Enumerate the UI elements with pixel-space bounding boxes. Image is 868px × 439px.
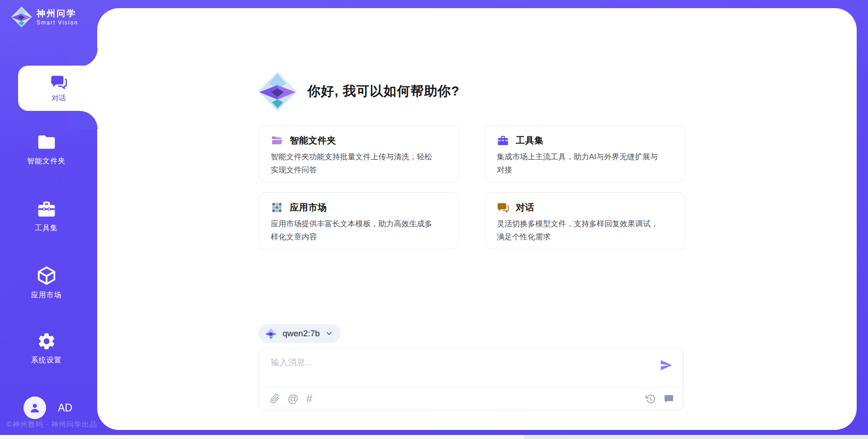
card-description: 灵活切换多模型文件，支持多样回复效果调试，满足个性化需求 xyxy=(497,217,665,243)
toolbox-icon xyxy=(37,199,57,219)
card-description: 应用市场提供丰富长文本模板，助力高效生成多样化文章内容 xyxy=(271,217,439,243)
history-button[interactable] xyxy=(645,394,656,404)
card-chat[interactable]: 对话 灵活切换多模型文件，支持多样回复效果调试，满足个性化需求 xyxy=(485,192,685,249)
brand[interactable]: 神州问学 Smart Vision xyxy=(11,6,78,28)
greeting-text: 你好, 我可以如何帮助你? xyxy=(307,82,460,100)
send-icon xyxy=(659,358,674,372)
copyright-text: ©神州数码 · 神州问学出品 xyxy=(7,420,97,429)
sidebar-item-label: 对话 xyxy=(52,94,66,103)
feature-cards: 智能文件夹 智能文件夹功能支持批量文件上传与清洗，轻松实现文件问答 工具集 集成… xyxy=(259,125,685,249)
card-title: 智能文件夹 xyxy=(290,134,336,147)
card-head: 对话 xyxy=(497,201,673,214)
sidebar-item-app-market[interactable]: 应用市场 xyxy=(0,265,93,300)
sidebar-item-label: 智能文件夹 xyxy=(27,157,66,166)
greeting-row: 你好, 我可以如何帮助你? xyxy=(258,72,460,111)
sidebar-item-smart-folders[interactable]: 智能文件夹 xyxy=(0,132,93,166)
chevron-down-icon xyxy=(325,329,333,338)
feedback-icon xyxy=(664,394,674,404)
horizontal-scrollbar-thumb[interactable] xyxy=(0,435,524,439)
sidebar-item-settings[interactable]: 系统设置 xyxy=(0,331,93,365)
card-smart-folders[interactable]: 智能文件夹 智能文件夹功能支持批量文件上传与清洗，轻松实现文件问答 xyxy=(259,125,459,182)
sidebar-item-label: 工具集 xyxy=(35,224,58,233)
card-app-market[interactable]: 应用市场 应用市场提供丰富长文本模板，助力高效生成多样化文章内容 xyxy=(259,192,459,249)
card-head: 应用市场 xyxy=(271,201,447,214)
folder-icon xyxy=(37,132,57,152)
card-head: 智能文件夹 xyxy=(271,134,447,147)
folder-open-icon xyxy=(271,134,283,147)
brand-name: 神州问学 xyxy=(37,9,78,19)
model-diamond-logo-icon xyxy=(265,328,277,340)
cube-icon xyxy=(36,265,57,286)
brand-text: 神州问学 Smart Vision xyxy=(37,9,78,26)
composer-left-tools: @ # xyxy=(270,393,312,404)
chat-icon xyxy=(497,201,509,214)
sidebar-item-label: 应用市场 xyxy=(31,291,62,300)
chat-icon xyxy=(50,73,67,91)
message-input[interactable] xyxy=(270,356,647,383)
card-title: 对话 xyxy=(516,201,534,214)
card-title: 工具集 xyxy=(516,134,544,147)
send-button[interactable] xyxy=(659,358,674,373)
sidebar-item-toolset[interactable]: 工具集 xyxy=(0,199,93,233)
attach-icon xyxy=(270,394,280,404)
greeting-diamond-logo-icon xyxy=(258,72,297,111)
feedback-button[interactable] xyxy=(664,394,674,404)
model-selector[interactable]: qwen2:7b xyxy=(259,324,340,343)
card-description: 集成市场上主流工具，助力AI与外界无缝扩展与对接 xyxy=(497,150,665,177)
brand-subtitle: Smart Vision xyxy=(37,19,78,26)
grid-icon xyxy=(271,201,283,214)
hash-icon: # xyxy=(306,393,312,404)
user-name: AD xyxy=(58,402,72,414)
card-title: 应用市场 xyxy=(290,201,327,214)
composer-right-tools xyxy=(645,394,674,404)
model-name: qwen2:7b xyxy=(283,329,320,339)
mention-icon: @ xyxy=(288,393,298,404)
mention-button[interactable]: @ xyxy=(288,393,298,404)
toolbox-icon xyxy=(497,134,509,147)
attach-button[interactable] xyxy=(270,394,280,404)
person-icon xyxy=(28,401,42,415)
history-icon xyxy=(645,394,656,404)
user-row: AD xyxy=(24,396,72,419)
avatar[interactable] xyxy=(24,396,46,419)
message-composer: @ # xyxy=(259,348,684,410)
card-toolset[interactable]: 工具集 集成市场上主流工具，助力AI与外界无缝扩展与对接 xyxy=(485,125,685,182)
hash-button[interactable]: # xyxy=(306,393,312,404)
composer-divider xyxy=(259,387,683,387)
brand-diamond-logo-icon xyxy=(11,6,32,28)
gear-icon xyxy=(37,331,57,351)
sidebar-item-label: 系统设置 xyxy=(31,356,62,365)
sidebar-item-chat[interactable]: 对话 xyxy=(18,66,99,111)
card-description: 智能文件夹功能支持批量文件上传与清洗，轻松实现文件问答 xyxy=(271,150,439,177)
card-head: 工具集 xyxy=(497,134,673,147)
horizontal-scrollbar-track[interactable] xyxy=(0,435,868,439)
